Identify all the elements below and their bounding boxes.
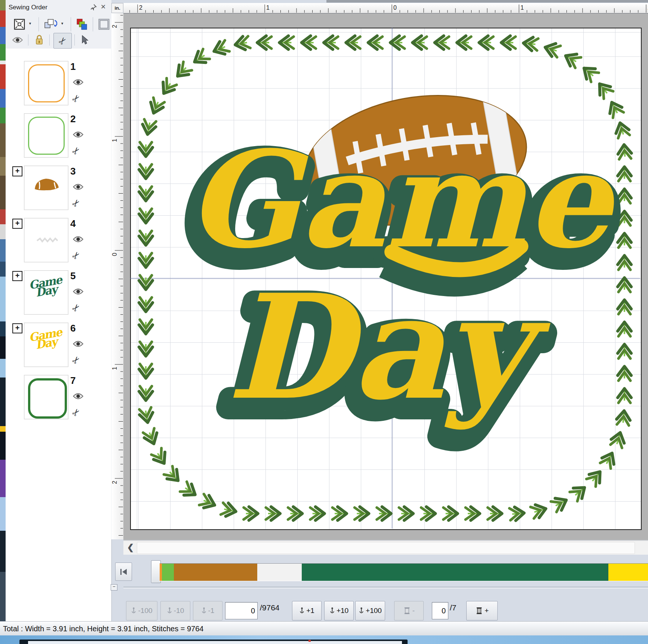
- trim-scissors-icon[interactable]: ✂: [70, 301, 83, 314]
- colorbar-segment[interactable]: [162, 564, 174, 581]
- colorbar-segment[interactable]: [257, 564, 302, 581]
- item-thumbnail[interactable]: [24, 218, 68, 262]
- sewing-item[interactable]: 2✂: [6, 113, 111, 166]
- design-viewport[interactable]: Game Day Game Day ❮: [123, 13, 648, 540]
- stitch-forward-100-button[interactable]: +100: [355, 601, 385, 620]
- thumb-gameday-text: GameDay: [28, 328, 64, 351]
- stitch-total-label: /9764: [260, 603, 280, 612]
- svg-text:2: 2: [111, 481, 118, 484]
- item-thumbnail[interactable]: [24, 375, 68, 419]
- stitch-back-1-button[interactable]: -1: [193, 601, 222, 620]
- stitch-color-bar[interactable]: [160, 563, 648, 581]
- trim-scissors-button[interactable]: ✂: [53, 33, 72, 49]
- svg-text:0: 0: [393, 4, 397, 11]
- skip-to-start-button[interactable]: [115, 563, 132, 581]
- svg-text:1: 1: [111, 139, 118, 142]
- item-number: 3: [70, 166, 76, 177]
- taskbar-red-dot: [308, 640, 311, 642]
- item-thumbnail[interactable]: GameDay: [24, 270, 68, 315]
- svg-text:Game: Game: [186, 122, 617, 278]
- scrollbar-thumb[interactable]: [137, 542, 635, 554]
- item-number: 1: [70, 61, 76, 73]
- sewing-item[interactable]: 7✂: [6, 375, 111, 427]
- collapse-toggle[interactable]: −: [111, 584, 117, 591]
- design-text[interactable]: Game Day: [186, 122, 617, 432]
- ruler-unit-box: in.: [111, 3, 123, 13]
- sewing-item[interactable]: +3✂: [6, 166, 111, 218]
- sewing-item[interactable]: +GameDay6✂: [6, 323, 111, 375]
- trim-scissors-icon[interactable]: ✂: [70, 144, 83, 157]
- background-window-sliver: [0, 0, 6, 622]
- fit-dropdown-arrow[interactable]: ▼: [28, 22, 32, 25]
- trim-scissors-icon[interactable]: ✂: [70, 354, 83, 367]
- trim-scissors-icon[interactable]: ✂: [70, 406, 83, 419]
- expand-button[interactable]: +: [12, 323, 22, 333]
- close-icon[interactable]: ✕: [99, 3, 107, 11]
- visibility-eye-icon[interactable]: [11, 34, 24, 46]
- visibility-eye-icon[interactable]: [73, 392, 84, 400]
- fit-to-hoop-button[interactable]: [12, 17, 27, 31]
- trim-scissors-icon[interactable]: ✂: [70, 249, 83, 262]
- expand-button[interactable]: +: [12, 166, 22, 176]
- select-cursor-icon[interactable]: [78, 34, 91, 46]
- expand-button[interactable]: +: [12, 271, 22, 281]
- sewing-order-list: 1✂2✂+3✂+4✂+GameDay5✂+GameDay6✂7✂: [6, 49, 111, 622]
- status-text: Total : Width = 3.91 inch, Height = 3.91…: [3, 625, 203, 633]
- svg-text:0: 0: [111, 253, 118, 256]
- current-stitch-input[interactable]: [225, 602, 258, 619]
- item-thumbnail[interactable]: [24, 113, 68, 158]
- item-thumbnail[interactable]: [24, 61, 68, 105]
- visibility-eye-icon[interactable]: [73, 340, 84, 348]
- stitch-back-100-button[interactable]: -100: [126, 601, 157, 620]
- svg-text:2: 2: [111, 25, 118, 28]
- colorbar-segment[interactable]: [608, 564, 648, 581]
- item-thumbnail[interactable]: [24, 166, 68, 210]
- stitch-forward-10-button[interactable]: +10: [324, 601, 354, 620]
- trim-scissors-icon[interactable]: ✂: [70, 197, 83, 210]
- color-forward-button[interactable]: +: [466, 601, 498, 620]
- current-color-input[interactable]: [432, 602, 448, 619]
- pin-icon[interactable]: [89, 4, 98, 12]
- visibility-eye-icon[interactable]: [73, 78, 84, 86]
- embroidery-design[interactable]: Game Day Game Day: [130, 28, 640, 529]
- horizontal-ruler: 21012: [123, 3, 648, 13]
- sewing-item[interactable]: 1✂: [6, 61, 111, 113]
- sequence-button[interactable]: [43, 17, 58, 31]
- thumb-outline: [28, 378, 67, 419]
- stitch-back-10-button[interactable]: -10: [160, 601, 190, 620]
- color-total-label: /7: [450, 603, 457, 612]
- panel-toolbar-row1: ▼ ▼: [6, 16, 111, 33]
- panel-header: Sewing Order ✕: [6, 2, 111, 13]
- thumb-football: [24, 166, 68, 210]
- stitch-forward-1-button[interactable]: +1: [292, 601, 322, 620]
- status-bar: Total : Width = 3.91 inch, Height = 3.91…: [0, 622, 648, 636]
- color-order-button[interactable]: [74, 17, 89, 31]
- colorbar-segment[interactable]: [302, 564, 608, 581]
- thumb-outline: [28, 117, 65, 155]
- horizontal-scrollbar[interactable]: ❮: [123, 540, 648, 555]
- expand-button[interactable]: +: [12, 219, 22, 229]
- colorbar-segment[interactable]: [174, 564, 257, 581]
- lock-icon[interactable]: [33, 34, 46, 46]
- color-back-button[interactable]: -: [394, 601, 424, 620]
- sequence-dropdown-arrow[interactable]: ▼: [61, 22, 64, 25]
- svg-text:2: 2: [139, 4, 142, 11]
- item-number: 4: [70, 218, 76, 229]
- trim-scissors-icon[interactable]: ✂: [70, 92, 83, 105]
- svg-text:1: 1: [520, 4, 524, 11]
- visibility-eye-icon[interactable]: [73, 288, 84, 295]
- sewing-item[interactable]: +GameDay5✂: [6, 270, 111, 323]
- thumb-gameday-text: GameDay: [28, 275, 64, 298]
- item-thumbnail[interactable]: GameDay: [24, 323, 68, 367]
- taskbar-inner: [28, 641, 402, 644]
- visibility-eye-icon[interactable]: [73, 131, 84, 138]
- item-number: 5: [70, 270, 76, 282]
- hoop-button[interactable]: [96, 17, 111, 31]
- sewing-item[interactable]: +4✂: [6, 218, 111, 270]
- panel-title: Sewing Order: [9, 4, 47, 11]
- visibility-eye-icon[interactable]: [73, 235, 84, 243]
- item-number: 2: [70, 113, 76, 125]
- scroll-left-arrow[interactable]: ❮: [126, 543, 135, 553]
- visibility-eye-icon[interactable]: [73, 183, 84, 191]
- thumb-outline: [28, 64, 65, 102]
